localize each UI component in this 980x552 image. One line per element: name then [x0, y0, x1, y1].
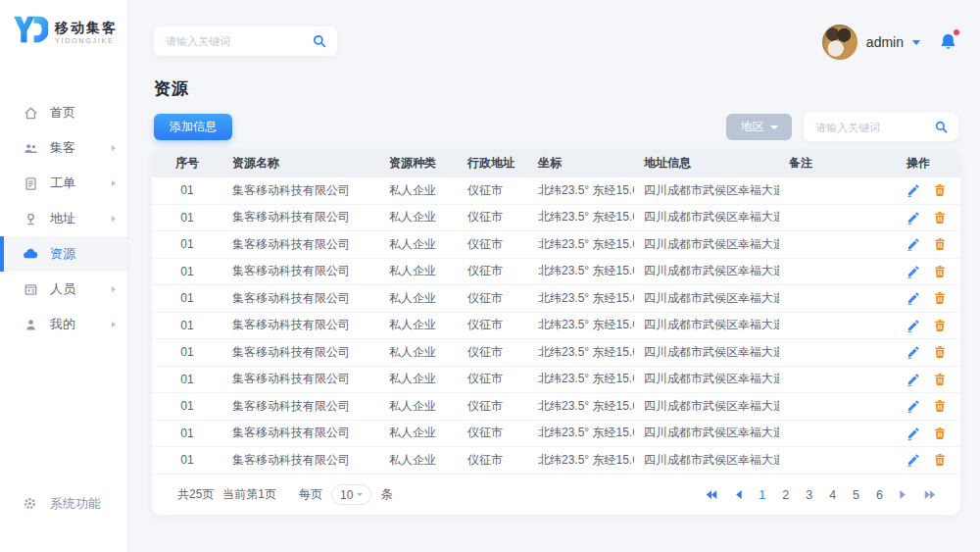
- page-number[interactable]: 6: [876, 488, 883, 502]
- cell-resource-type: 私人企业: [379, 317, 458, 333]
- global-search-input[interactable]: [166, 35, 312, 47]
- sidebar-item-home[interactable]: 首页: [0, 95, 127, 130]
- region-filter-button[interactable]: 地区: [726, 114, 792, 140]
- page-number[interactable]: 2: [782, 488, 789, 502]
- cloud-icon: [23, 246, 38, 262]
- cell-resource-name: 集客移动科技有限公司: [222, 236, 379, 253]
- chevron-right-icon: [112, 286, 116, 292]
- trash-icon[interactable]: [933, 291, 947, 305]
- cell-resource-type: 私人企业: [379, 263, 458, 279]
- cell-district: 仪征市: [458, 317, 528, 333]
- edit-icon[interactable]: [906, 453, 920, 467]
- cell-address: 四川成都市武侯区幸福大道125号: [634, 209, 779, 226]
- avatar[interactable]: [822, 25, 858, 60]
- sidebar-footer-label: 系统功能: [50, 495, 101, 513]
- cell-resource-type: 私人企业: [379, 452, 458, 469]
- cell-resource-type: 私人企业: [379, 398, 458, 415]
- page-numbers: 123456: [759, 488, 883, 502]
- add-info-button[interactable]: 添加信息: [154, 114, 232, 140]
- sidebar-item-resources[interactable]: 资源: [0, 236, 127, 272]
- prev-page-icon[interactable]: [734, 489, 743, 500]
- cell-address: 四川成都市武侯区幸福大道125号: [634, 263, 779, 279]
- search-icon[interactable]: [934, 120, 949, 134]
- brand-monogram-icon: [13, 14, 48, 49]
- edit-icon[interactable]: [906, 183, 920, 197]
- page-number[interactable]: 5: [853, 488, 859, 502]
- table-row: 01 集客移动科技有限公司 私人企业 仪征市 北纬23.5° 东经15.6° 四…: [152, 313, 960, 340]
- pagination-bar: 共25页 当前第1页 每页 10 条 123456: [152, 475, 960, 515]
- cell-coordinates: 北纬23.5° 东经15.6°: [528, 344, 634, 361]
- cell-resource-type: 私人企业: [379, 236, 458, 253]
- notification-dot: [954, 29, 959, 35]
- cell-address: 四川成都市武侯区幸福大道125号: [634, 344, 779, 361]
- trash-icon[interactable]: [933, 319, 947, 332]
- edit-icon[interactable]: [906, 345, 920, 359]
- trash-icon[interactable]: [933, 183, 947, 197]
- edit-icon[interactable]: [906, 319, 920, 332]
- edit-icon[interactable]: [906, 211, 920, 225]
- cell-index: 01: [152, 345, 222, 359]
- cell-district: 仪征市: [458, 263, 528, 279]
- sidebar-item-customers[interactable]: 集客: [0, 130, 127, 166]
- cell-resource-name: 集客移动科技有限公司: [222, 344, 379, 361]
- edit-icon[interactable]: [906, 399, 920, 413]
- sidebar-item-staff[interactable]: 人员: [0, 272, 127, 307]
- cell-district: 仪征市: [458, 344, 528, 361]
- trash-icon[interactable]: [933, 373, 947, 386]
- edit-icon[interactable]: [906, 265, 920, 278]
- cell-coordinates: 北纬23.5° 东经15.6°: [528, 236, 634, 253]
- table-row: 01 集客移动科技有限公司 私人企业 仪征市 北纬23.5° 东经15.6° 四…: [152, 339, 960, 367]
- chevron-down-icon[interactable]: [912, 40, 920, 45]
- sidebar: 移动集客 YIDONGJIKE 首页 集客: [0, 0, 127, 552]
- search-icon[interactable]: [312, 33, 327, 49]
- trash-icon[interactable]: [933, 237, 947, 251]
- trash-icon[interactable]: [933, 427, 947, 440]
- cell-resource-type: 私人企业: [379, 290, 458, 307]
- edit-icon[interactable]: [906, 291, 920, 305]
- trash-icon[interactable]: [933, 265, 947, 278]
- table-search: [804, 113, 958, 141]
- page-number[interactable]: 3: [806, 488, 812, 502]
- cell-resource-name: 集客移动科技有限公司: [222, 263, 379, 279]
- trash-icon[interactable]: [933, 399, 947, 413]
- per-page-select[interactable]: 10: [331, 484, 371, 505]
- last-page-icon[interactable]: [923, 489, 937, 500]
- cell-coordinates: 北纬23.5° 东经15.6°: [528, 290, 634, 307]
- trash-icon[interactable]: [933, 453, 947, 467]
- pagination-summary: 共25页 当前第1页 每页 10 条: [177, 484, 392, 505]
- cell-index: 01: [152, 453, 222, 467]
- cell-district: 仪征市: [458, 452, 528, 469]
- cell-district: 仪征市: [458, 425, 528, 441]
- col-header-name: 资源名称: [222, 155, 379, 172]
- cell-coordinates: 北纬23.5° 东经15.6°: [528, 425, 634, 441]
- sidebar-item-label: 首页: [50, 104, 75, 122]
- sidebar-item-profile[interactable]: 我的: [0, 307, 127, 342]
- cell-address: 四川成都市武侯区幸福大道125号: [634, 452, 779, 469]
- col-header-index: 序号: [152, 155, 222, 172]
- col-header-district: 行政地址: [458, 155, 528, 172]
- cell-resource-name: 集客移动科技有限公司: [222, 452, 379, 469]
- cell-address: 四川成都市武侯区幸福大道125号: [634, 236, 779, 253]
- sidebar-item-system-functions[interactable]: 系统功能: [0, 489, 127, 519]
- edit-icon[interactable]: [906, 237, 920, 251]
- cell-index: 01: [152, 373, 222, 386]
- page-number[interactable]: 4: [829, 488, 836, 502]
- first-page-icon[interactable]: [705, 489, 718, 500]
- sidebar-item-address[interactable]: 地址: [0, 201, 127, 236]
- cell-actions: [897, 373, 960, 386]
- edit-icon[interactable]: [906, 427, 920, 440]
- page-number[interactable]: 1: [759, 488, 765, 502]
- cell-coordinates: 北纬23.5° 东经15.6°: [528, 452, 634, 469]
- next-page-icon[interactable]: [899, 489, 907, 500]
- trash-icon[interactable]: [933, 345, 947, 359]
- notification-bell[interactable]: [939, 31, 958, 53]
- sidebar-item-work-order[interactable]: 工单: [0, 166, 127, 201]
- trash-icon[interactable]: [933, 211, 947, 225]
- cell-coordinates: 北纬23.5° 东经15.6°: [528, 398, 634, 415]
- work-order-icon: [23, 176, 38, 191]
- cell-resource-type: 私人企业: [379, 182, 458, 199]
- cell-index: 01: [152, 265, 222, 278]
- edit-icon[interactable]: [906, 373, 920, 386]
- cell-index: 01: [152, 291, 222, 305]
- table-search-input[interactable]: [815, 122, 934, 133]
